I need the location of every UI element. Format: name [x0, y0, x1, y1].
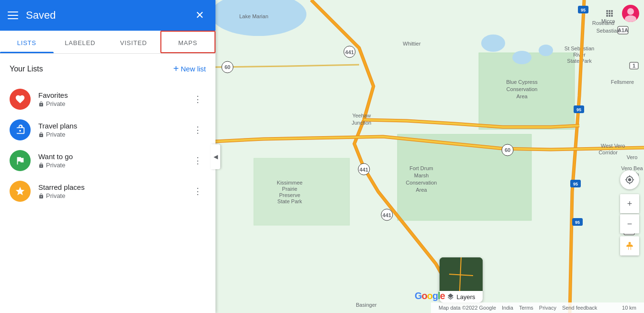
lock-icon-4: [38, 193, 44, 199]
layers-icon: [447, 293, 454, 301]
india-link[interactable]: India: [502, 305, 513, 311]
map-svg: Lake Marian Fort Drum Marsh Conservation…: [215, 0, 644, 313]
tab-maps[interactable]: MAPS: [160, 31, 216, 53]
favorites-info: Favorites Private: [38, 91, 190, 107]
svg-text:441: 441: [383, 212, 391, 218]
user-avatar[interactable]: [622, 5, 639, 22]
tab-labeled[interactable]: LABELED: [54, 31, 107, 53]
svg-text:Basinger: Basinger: [356, 302, 377, 308]
layers-button[interactable]: Layers: [440, 257, 483, 302]
list-items: Favorites Private ⋮ Travel plans: [0, 84, 215, 313]
starred-places-info: Starred places Private: [38, 183, 190, 199]
hamburger-icon[interactable]: [8, 12, 18, 19]
send-feedback-link[interactable]: Send feedback: [562, 305, 597, 311]
google-apps-button[interactable]: [601, 5, 618, 22]
favorites-name: Favorites: [38, 91, 190, 99]
lists-section: Your Lists + New list: [0, 54, 215, 84]
scale-label: 10 km: [622, 305, 636, 311]
svg-text:Whittier: Whittier: [403, 41, 421, 46]
close-button[interactable]: ✕: [192, 8, 208, 23]
svg-text:Area: Area: [516, 93, 528, 99]
want-to-go-icon-bg: [10, 150, 31, 171]
location-icon: [625, 175, 634, 185]
svg-text:St Sebastian: St Sebastian: [565, 46, 594, 51]
want-to-go-privacy: Private: [38, 162, 190, 169]
svg-text:60: 60: [505, 147, 510, 153]
svg-text:95: 95: [575, 220, 580, 225]
svg-point-64: [627, 8, 634, 15]
svg-text:Sebastian: Sebastian: [597, 28, 620, 34]
travel-plans-privacy: Private: [38, 131, 190, 138]
svg-text:Junction: Junction: [352, 120, 372, 126]
layers-text: Layers: [456, 293, 475, 301]
svg-text:River: River: [573, 52, 586, 58]
zoom-out-button[interactable]: −: [620, 214, 639, 233]
svg-text:95: 95: [581, 8, 586, 12]
new-list-button[interactable]: + New list: [173, 61, 206, 76]
grid-icon: [605, 9, 614, 18]
lock-icon-2: [38, 132, 44, 138]
want-to-go-more-button[interactable]: ⋮: [190, 151, 206, 170]
starred-places-name: Starred places: [38, 183, 190, 191]
avatar-image: [622, 5, 639, 22]
favorites-more-button[interactable]: ⋮: [190, 90, 206, 108]
flag-icon: [15, 155, 25, 166]
new-list-label: New list: [181, 65, 206, 73]
want-to-go-name: Want to go: [38, 152, 190, 161]
layers-thumbnail-svg: [440, 257, 483, 291]
starred-places-icon-bg: [10, 181, 31, 202]
sidebar-header: Saved ✕: [0, 0, 215, 31]
heart-icon: [15, 94, 25, 104]
favorites-privacy: Private: [38, 100, 190, 107]
svg-point-12: [481, 35, 505, 52]
want-to-go-info: Want to go Private: [38, 152, 190, 169]
privacy-link[interactable]: Privacy: [539, 305, 556, 311]
svg-text:Area: Area: [416, 187, 427, 193]
list-item-starred-places[interactable]: Starred places Private ⋮: [0, 176, 215, 207]
svg-text:60: 60: [225, 64, 230, 70]
lock-icon: [38, 101, 44, 107]
svg-text:95: 95: [573, 182, 578, 186]
starred-places-privacy: Private: [38, 192, 190, 199]
map-data-label: Map data ©2022 Google: [439, 305, 496, 311]
travel-plans-name: Travel plans: [38, 122, 190, 130]
svg-text:Conservation: Conservation: [507, 86, 538, 92]
tab-lists[interactable]: LISTS: [0, 31, 54, 53]
list-item-travel-plans[interactable]: Travel plans Private ⋮: [0, 115, 215, 145]
svg-rect-15: [254, 158, 350, 225]
sidebar-title: Saved: [26, 9, 192, 22]
map-controls: + −: [620, 170, 639, 255]
google-logo: Google: [415, 290, 445, 301]
layers-thumbnail: [440, 257, 483, 291]
my-location-button[interactable]: [620, 170, 639, 189]
svg-text:1: 1: [633, 63, 635, 69]
starred-places-more-button[interactable]: ⋮: [190, 182, 206, 200]
svg-text:Lake Marian: Lake Marian: [239, 13, 269, 19]
svg-text:Preserve: Preserve: [279, 192, 300, 198]
svg-text:441: 441: [360, 167, 368, 173]
map-container[interactable]: Lake Marian Fort Drum Marsh Conservation…: [215, 0, 644, 313]
svg-point-14: [539, 45, 553, 56]
tab-visited[interactable]: VISITED: [107, 31, 160, 53]
tabs-container: LISTS LABELED VISITED MAPS: [0, 31, 215, 54]
svg-text:Yeehaw: Yeehaw: [352, 113, 371, 118]
svg-text:95: 95: [576, 107, 581, 112]
street-view-button[interactable]: [620, 236, 639, 255]
svg-text:Vero: Vero: [627, 154, 638, 160]
terms-link[interactable]: Terms: [519, 305, 533, 311]
map-bottom-bar: Map data ©2022 Google India Terms Privac…: [431, 302, 644, 313]
zoom-in-button[interactable]: +: [620, 194, 639, 213]
svg-text:West Vero: West Vero: [601, 143, 625, 149]
svg-text:Marsh: Marsh: [414, 173, 429, 178]
svg-text:Kissimmee: Kissimmee: [277, 180, 303, 185]
svg-text:Fort Drum: Fort Drum: [409, 165, 433, 171]
list-item-favorites[interactable]: Favorites Private ⋮: [0, 84, 215, 115]
collapse-sidebar-button[interactable]: ◀: [211, 144, 220, 169]
lists-header: Your Lists + New list: [10, 61, 206, 76]
sidebar: Saved ✕ LISTS LABELED VISITED MAPS Your …: [0, 0, 215, 313]
top-right-controls: [601, 5, 639, 22]
pegman-icon: [625, 241, 634, 251]
svg-text:Corridor: Corridor: [599, 150, 618, 155]
list-item-want-to-go[interactable]: Want to go Private ⋮: [0, 145, 215, 176]
travel-plans-more-button[interactable]: ⋮: [190, 121, 206, 139]
